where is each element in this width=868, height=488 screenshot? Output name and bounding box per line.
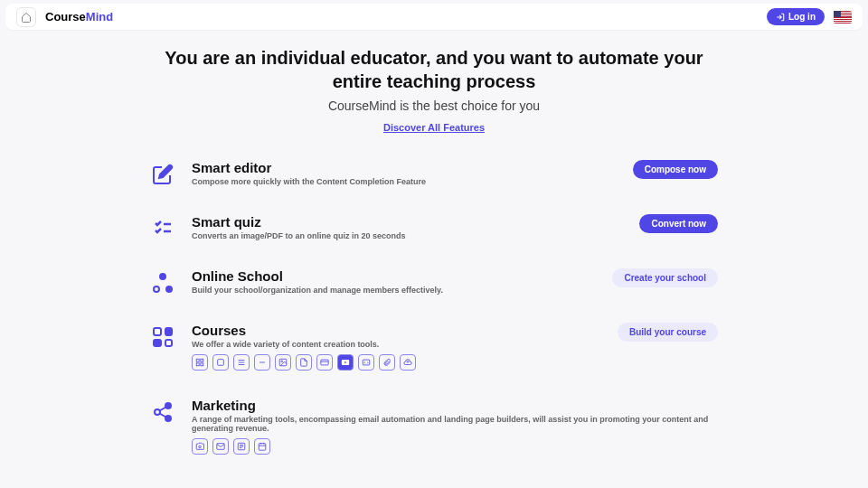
feature-smart-editor: Smart editor Compose more quickly with t… <box>54 160 814 187</box>
feature-desc: A range of marketing tools, encompassing… <box>192 415 718 433</box>
hero-title: You are an individual educator, and you … <box>145 46 723 93</box>
school-icon <box>150 270 175 296</box>
logo[interactable]: CourseMind <box>45 10 113 23</box>
tool-list-icon[interactable] <box>233 438 250 455</box>
tool-lines-icon[interactable] <box>233 354 250 371</box>
feature-desc: We offer a wide variety of content creat… <box>192 340 601 349</box>
feature-title: Online School <box>192 268 596 284</box>
tool-camera-icon[interactable] <box>192 438 208 455</box>
tool-image-icon[interactable] <box>275 354 291 371</box>
feature-title: Smart editor <box>192 160 617 175</box>
main-content: You are an individual educator, and you … <box>0 33 868 455</box>
tool-file-icon[interactable] <box>296 354 312 371</box>
tool-card-icon[interactable] <box>316 354 333 371</box>
svg-rect-2 <box>196 363 199 366</box>
svg-rect-9 <box>363 360 370 365</box>
editor-icon <box>150 162 175 187</box>
login-icon <box>776 13 785 22</box>
tool-minus-icon[interactable] <box>254 354 270 371</box>
feature-desc: Build your school/organization and manag… <box>192 286 596 295</box>
feature-online-school: Online School Build your school/organiza… <box>54 268 814 296</box>
build-course-button[interactable]: Build your course <box>618 323 718 342</box>
svg-rect-16 <box>259 444 266 451</box>
tool-mail-icon[interactable] <box>212 438 229 455</box>
tool-calendar-icon[interactable] <box>254 438 270 455</box>
convert-now-button[interactable]: Convert now <box>639 214 718 233</box>
tool-attach-icon[interactable] <box>379 354 395 371</box>
svg-rect-0 <box>196 359 199 361</box>
svg-point-6 <box>281 361 283 362</box>
hero-subtitle: CourseMind is the best choice for you <box>54 99 814 113</box>
tool-square-icon[interactable] <box>212 354 229 371</box>
tool-code-icon[interactable] <box>358 354 374 371</box>
feature-courses: Courses We offer a wide variety of conte… <box>54 323 814 371</box>
svg-point-13 <box>199 446 202 448</box>
feature-desc: Converts an image/PDF to an online quiz … <box>192 231 623 240</box>
course-tools-row <box>192 354 601 371</box>
hero: You are an individual educator, and you … <box>54 46 814 135</box>
discover-features-link[interactable]: Discover All Features <box>383 122 485 133</box>
tool-cloud-icon[interactable] <box>400 354 416 371</box>
feature-title: Marketing <box>192 398 718 413</box>
marketing-tools-row <box>192 438 718 455</box>
header: CourseMind Log in <box>5 4 863 30</box>
svg-rect-7 <box>321 360 328 365</box>
home-icon <box>21 12 32 23</box>
feature-title: Courses <box>192 323 601 338</box>
share-icon <box>150 399 175 425</box>
locale-flag-us[interactable] <box>834 11 852 23</box>
tool-video-icon[interactable] <box>337 354 354 371</box>
svg-rect-1 <box>201 359 203 361</box>
compose-now-button[interactable]: Compose now <box>633 160 718 179</box>
feature-marketing: Marketing A range of marketing tools, en… <box>54 398 814 455</box>
svg-point-12 <box>165 416 171 421</box>
svg-point-10 <box>165 403 171 408</box>
create-school-button[interactable]: Create your school <box>612 268 718 287</box>
tool-blocks-icon[interactable] <box>192 354 208 371</box>
courses-icon <box>150 324 175 350</box>
svg-rect-3 <box>201 363 203 366</box>
login-button[interactable]: Log in <box>767 8 825 25</box>
svg-rect-4 <box>218 360 224 366</box>
svg-point-11 <box>155 409 160 415</box>
feature-smart-quiz: Smart quiz Converts an image/PDF to an o… <box>54 214 814 241</box>
feature-desc: Compose more quickly with the Content Co… <box>192 177 617 186</box>
home-button[interactable] <box>16 7 36 27</box>
feature-title: Smart quiz <box>192 214 623 230</box>
quiz-icon <box>150 216 175 241</box>
